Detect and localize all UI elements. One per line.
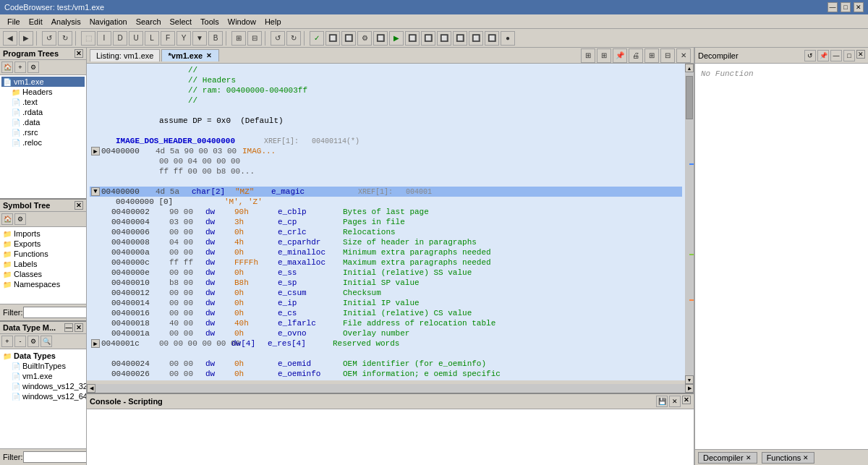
code-line-eres[interactable]: ▶ 0040001c 00 00 00 00 00 00 dw[4] e_res… [90,338,682,349]
listing-tb-close[interactable]: ✕ [676,48,691,63]
code-line-ess[interactable]: 0040000e 00 00 dw 0h e_ss Initial (relat… [90,268,682,278]
toolbar-btn-11[interactable]: B [208,31,223,46]
tree-item-imports[interactable]: 📁 Imports [1,229,85,239]
code-line-ecparhdr[interactable]: 00400008 04 00 dw 4h e_cparhdr Size of h… [90,237,682,247]
toolbar-btn-16[interactable]: ✓ [310,31,324,46]
toolbar-btn-5[interactable]: D [113,31,127,46]
decompiler-tab[interactable]: Decompiler ✕ [698,452,757,464]
menu-help[interactable]: Help [260,17,286,27]
tree-item-datatypes[interactable]: 📁 Data Types [1,351,85,361]
hscroll-left-button[interactable]: ◀ [87,384,95,393]
toolbar-btn-27[interactable]: ● [501,31,515,46]
scroll-thumb[interactable] [686,76,693,119]
listing-tb-3[interactable]: 🖨 [629,48,643,63]
console-close[interactable]: ✕ [682,396,691,404]
code-line-emaxalloc[interactable]: 0040000c ff ff dw FFFFh e_maxalloc Maxim… [90,257,682,268]
listing-scroll-area[interactable]: // // Headers // ram: 00400000-004003ff [87,64,685,384]
code-line-eminalloc[interactable]: 0040000a 00 00 dw 0h e_minalloc Minimum … [90,247,682,257]
menu-navigation[interactable]: Navigation [85,17,132,27]
console-save-btn[interactable]: 💾 [656,396,668,407]
dt-btn-3[interactable]: ⚙ [27,336,39,347]
decompiler-tab-close[interactable]: ✕ [745,454,752,461]
pt-btn-2[interactable]: + [14,61,26,73]
toolbar-btn-15[interactable]: ↻ [286,31,301,46]
toolbar-btn-24[interactable]: 🔲 [453,31,467,46]
data-type-close[interactable]: ✕ [75,323,83,332]
toolbar-btn-10[interactable]: ▼ [192,31,207,46]
tree-item-data[interactable]: 📄 .data [1,117,85,127]
maximize-button[interactable]: □ [841,2,851,12]
listing-tb-4[interactable]: ⊞ [644,48,659,63]
listing-active-tab[interactable]: *vm1.exe ✕ [161,49,219,61]
tree-item-classes[interactable]: 📁 Classes [1,269,85,279]
close-button[interactable]: ✕ [854,2,864,12]
toolbar-btn-14[interactable]: ↺ [271,31,285,46]
console-content[interactable] [87,409,694,465]
dt-btn-1[interactable]: + [1,336,13,347]
tree-item-vm1exe-dt[interactable]: 📄 vm1.exe [1,371,85,381]
code-line-eoeminfo[interactable]: 00400026 00 00 dw 0h e_oeminfo OEM infor… [90,369,682,379]
data-type-filter-input[interactable] [23,451,87,463]
menu-window[interactable]: Window [224,17,260,27]
run-button[interactable]: ▶ [389,31,404,46]
menu-edit[interactable]: Edit [25,17,47,27]
toolbar-btn-22[interactable]: 🔲 [421,31,435,46]
forward-button[interactable]: ▶ [19,31,33,46]
toolbar-btn-7[interactable]: L [145,31,159,46]
tree-item-namespaces[interactable]: 📁 Namespaces [1,279,85,289]
listing-tb-5[interactable]: ⊟ [660,48,675,63]
tree-item-labels[interactable]: 📁 Labels [1,259,85,269]
st-btn-2[interactable]: ⚙ [14,213,26,225]
listing-tb-1[interactable]: ⊞ [581,48,595,63]
tree-item-exports[interactable]: 📁 Exports [1,239,85,249]
toolbar-btn-13[interactable]: ⊟ [247,31,262,46]
menu-file[interactable]: File [3,17,25,27]
listing-vscroll[interactable]: ▲ ▼ [685,64,694,384]
code-line-emagic[interactable]: ▼ 00400000 4d 5a char[2] "MZ" e_magic XR… [90,187,682,197]
symbol-filter-input[interactable] [23,307,87,318]
console-clear-btn[interactable]: ✕ [669,396,681,407]
dt-btn-4[interactable]: 🔍 [41,336,52,347]
decompiler-maximize-btn[interactable]: □ [843,50,855,61]
tree-item-win64[interactable]: 📄 windows_vs12_64 [1,391,85,401]
tree-item-win32[interactable]: 📄 windows_vs12_32 [1,381,85,391]
code-line-ecp[interactable]: 00400004 03 00 dw 3h e_cp Pages in file [90,217,682,227]
code-line-eoemid[interactable]: 00400024 00 00 dw 0h e_oemid OEM identif… [90,359,682,369]
toolbar-btn-19[interactable]: ⚙ [357,31,372,46]
decompiler-minimize-btn[interactable]: — [830,50,842,61]
toolbar-btn-8[interactable]: F [161,31,175,46]
toolbar-btn-9[interactable]: Y [176,31,191,46]
toolbar-btn-17[interactable]: 🔲 [326,31,340,46]
toolbar-btn-4[interactable]: I [97,31,111,46]
listing-tb-2[interactable]: ⊞ [597,48,611,63]
toolbar-btn-20[interactable]: 🔲 [373,31,388,46]
decompiler-close[interactable]: ✕ [856,50,865,59]
tree-item-rdata[interactable]: 📄 .rdata [1,107,85,117]
hscroll-right-button[interactable]: ▶ [685,384,694,393]
scroll-down-button[interactable]: ▼ [685,375,694,384]
decompiler-refresh-btn[interactable]: ↺ [804,50,816,61]
functions-tab[interactable]: Functions ✕ [762,452,815,464]
scroll-up-button[interactable]: ▲ [685,64,694,72]
toolbar-btn-21[interactable]: 🔲 [405,31,420,46]
program-trees-close[interactable]: ✕ [75,49,83,58]
pt-btn-1[interactable]: 🏠 [1,61,13,73]
tree-item-headers[interactable]: 📁 Headers [1,87,85,97]
menu-select[interactable]: Select [166,17,197,27]
code-line-ecrlc[interactable]: 00400006 00 00 dw 0h e_crlc Relocations [90,227,682,237]
listing-tb-snap[interactable]: 📌 [613,48,627,63]
toolbar-btn-23[interactable]: 🔲 [437,31,451,46]
tree-item-text[interactable]: 📄 .text [1,97,85,107]
code-line-esp[interactable]: 00400010 b8 00 dw B8h e_sp Initial SP va… [90,278,682,288]
minimize-button[interactable]: — [827,2,838,12]
tree-item-rsrc[interactable]: 📄 .rsrc [1,127,85,137]
menu-tools[interactable]: Tools [196,17,224,27]
tree-item-builtintypes[interactable]: 📄 BuiltInTypes [1,361,85,371]
pt-btn-3[interactable]: ⚙ [27,61,39,73]
dt-btn-2[interactable]: - [14,336,26,347]
expand-btn-1[interactable]: ▶ [91,147,100,155]
code-line-label[interactable]: IMAGE_DOS_HEADER_00400000 XREF[1]: 00400… [90,136,682,146]
expand-btn-eres[interactable]: ▶ [91,339,100,348]
data-type-minimize[interactable]: — [64,323,73,332]
tab-close-icon[interactable]: ✕ [205,52,213,59]
